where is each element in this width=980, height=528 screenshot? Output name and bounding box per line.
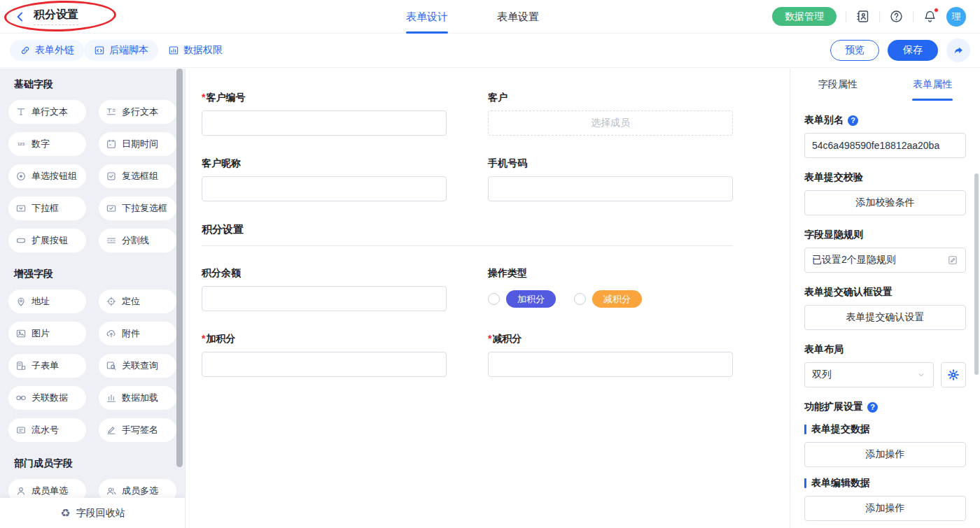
field-type-pill[interactable]: 关联数据 [8,386,86,410]
validate-label: 表单提交校验 [804,171,966,184]
radio-icon[interactable] [574,293,586,305]
divider-line-icon [106,235,117,246]
layout-settings-button[interactable] [941,362,966,387]
edit-icon[interactable] [947,255,958,266]
external-link-button[interactable]: 表单外链 [10,40,84,61]
section-title: 积分设置 [202,223,733,246]
help-filled-icon[interactable]: ? [848,115,858,126]
backend-script-button[interactable]: 后端脚本 [84,40,158,61]
field-type-pill[interactable]: 数据加载 [99,386,176,410]
field-type-pill[interactable]: 关联查询 [99,354,176,378]
field-customer-no[interactable]: 客户编号 [202,92,447,136]
submit-data-add-button[interactable]: 添加操作 [804,442,966,467]
app-header: 积分设置 表单设计 表单设置 数据管理 理 [0,0,980,34]
related-query-icon [106,360,117,371]
external-link-label: 表单外链 [35,44,74,57]
help-filled-icon[interactable]: ? [867,402,878,413]
ext-label-row: 功能扩展设置 ? [804,401,966,413]
field-nickname[interactable]: 客户昵称 [202,157,447,201]
save-button[interactable]: 保存 [888,40,938,61]
minus-points-input[interactable] [488,352,733,377]
field-type-pill[interactable]: 下拉框 [8,197,86,220]
tab-field-properties[interactable]: 字段属性 [790,69,886,101]
customer-no-input[interactable] [202,110,447,136]
share-arrow-icon [953,45,965,57]
svg-text:123: 123 [18,142,25,146]
field-type-pill[interactable]: 扩展按钮 [8,229,86,252]
field-customer[interactable]: 客户 选择成员 [488,92,733,136]
field-type-pill[interactable]: 多行文本 [99,100,176,124]
field-type-pill[interactable]: 附件 [99,322,176,345]
datetime-icon [106,138,117,150]
locate-icon [106,296,117,307]
data-permission-button[interactable]: 数据权限 [158,40,232,61]
radio-option-add-points[interactable]: 加积分 [488,290,556,308]
field-minus-points[interactable]: 减积分 [488,333,733,377]
field-type-pill[interactable]: 单行文本 [8,100,86,124]
layout-select[interactable]: 双列 [804,362,934,387]
field-type-pill[interactable]: 流水号 [8,418,86,442]
phone-input[interactable] [488,176,733,201]
field-phone[interactable]: 手机号码 [488,157,733,201]
share-button[interactable] [946,38,970,62]
tab-form-settings[interactable]: 表单设置 [497,0,539,34]
points-section-divider[interactable]: 积分设置 [202,223,733,246]
backend-script-label: 后端脚本 [109,44,148,57]
nickname-input[interactable] [202,176,447,201]
field-type-pill[interactable]: 分割线 [99,229,176,252]
field-balance[interactable]: 积分余额 [202,267,447,311]
help-circle-icon[interactable] [889,9,904,24]
text-single-icon [15,106,27,117]
submit-confirm-button[interactable]: 表单提交确认设置 [804,305,966,330]
field-type-pill[interactable]: 定位 [99,290,176,313]
divider [913,11,913,22]
field-type-pill[interactable]: 123 数字 [8,132,86,156]
checkbox-group-icon [106,171,117,182]
contacts-book-icon[interactable] [855,9,870,24]
header-tabs: 表单设计 表单设置 [406,0,539,34]
multiselect-icon [106,203,117,214]
select-member-button[interactable]: 选择成员 [488,110,733,136]
field-type-pill[interactable]: 子表单 [8,354,86,378]
external-link-icon [20,45,31,56]
radio-option-minus-points[interactable]: 减积分 [574,290,642,308]
section-title-member: 部门成员字段 [14,457,171,470]
extend-button-icon [15,235,27,246]
field-type-pill[interactable]: 图片 [8,322,86,345]
field-op-type[interactable]: 操作类型 加积分 减积分 [488,267,733,311]
sidebar-scrollbar[interactable] [176,69,183,467]
properties-panel: 字段属性 表单属性 表单别名 ? 表单提交校验 添加校验条件 字段显隐规则 已设… [790,69,980,528]
preview-button[interactable]: 预览 [830,40,879,61]
field-recycle-bin[interactable]: ♻ 字段回收站 [0,498,186,528]
data-manage-button[interactable]: 数据管理 [772,7,836,26]
subform-icon [15,360,27,371]
add-validation-button[interactable]: 添加校验条件 [804,190,966,215]
panel-scrollbar[interactable] [974,173,979,375]
field-type-pill[interactable]: 单选按钮组 [8,164,86,188]
header-right: 数据管理 理 [772,7,966,27]
visibility-rules-box[interactable]: 已设置2个显隐规则 [804,248,966,273]
tab-form-design[interactable]: 表单设计 [406,0,448,34]
avatar[interactable]: 理 [946,7,966,27]
back-icon[interactable] [14,10,27,23]
field-type-pill[interactable]: 手写签名 [99,418,176,442]
field-type-pill[interactable]: 复选框组 [99,164,176,188]
bell-icon[interactable] [923,9,937,24]
section-title-basic: 基础字段 [14,78,171,91]
add-points-input[interactable] [202,352,447,377]
field-label: 积分余额 [202,267,447,280]
section-title-enhanced: 增强字段 [14,268,171,280]
related-data-icon [15,392,27,404]
divider [846,11,846,22]
field-type-pill[interactable]: 地址 [8,290,86,313]
radio-icon[interactable] [488,293,500,305]
visibility-label: 字段显隐规则 [804,229,966,241]
balance-input[interactable] [202,286,447,311]
basic-fields-grid: 单行文本 多行文本 123 数字 日期时间 单选按钮组 复选框组 下拉框 下拉复… [8,100,176,252]
tab-form-properties[interactable]: 表单属性 [886,69,980,101]
field-add-points[interactable]: 加积分 [202,333,447,377]
edit-data-add-button[interactable]: 添加操作 [804,496,966,521]
form-alias-input[interactable] [804,133,966,158]
field-type-pill[interactable]: 下拉复选框 [99,197,176,220]
field-type-pill[interactable]: 日期时间 [99,132,176,156]
